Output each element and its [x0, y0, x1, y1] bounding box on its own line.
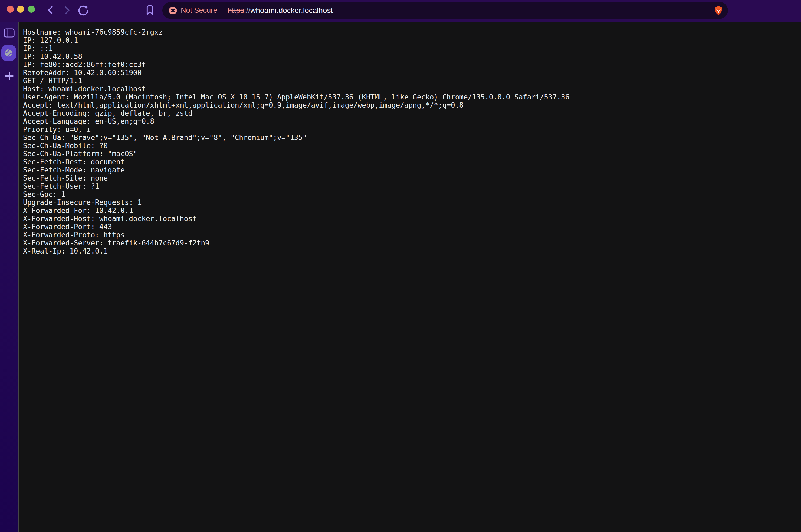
- security-badge[interactable]: Not Secure: [169, 6, 217, 15]
- vertical-tab-sidebar: [0, 22, 18, 532]
- whoami-output: Hostname: whoami-76c9859cfc-2rgxz IP: 12…: [19, 22, 801, 255]
- header-line: IP: ::1: [23, 44, 801, 53]
- new-tab-button[interactable]: [4, 71, 15, 81]
- header-line: Sec-Ch-Ua-Mobile: ?0: [23, 141, 801, 150]
- shields-zone: [707, 2, 724, 19]
- header-line: Sec-Fetch-Site: none: [23, 174, 801, 182]
- page-content: Hostname: whoami-76c9859cfc-2rgxz IP: 12…: [19, 22, 801, 532]
- back-button[interactable]: [44, 4, 57, 17]
- header-line: User-Agent: Mozilla/5.0 (Macintosh; Inte…: [23, 93, 801, 101]
- urlbar-divider: [707, 6, 707, 15]
- header-line: X-Forwarded-For: 10.42.0.1: [23, 207, 801, 215]
- url-scheme: https: [227, 6, 244, 15]
- not-secure-x-octagon-icon: [169, 6, 177, 15]
- url-scheme-separator: ://: [244, 6, 250, 15]
- url-text: https://whoami.docker.localhost: [227, 6, 333, 15]
- header-line: X-Forwarded-Host: whoami.docker.localhos…: [23, 215, 801, 223]
- window-minimize-button[interactable]: [17, 6, 24, 13]
- header-line: Accept-Language: en-US,en;q=0.8: [23, 117, 801, 126]
- chevron-left-icon: [46, 5, 56, 15]
- header-line: Priority: u=0, i: [23, 126, 801, 134]
- chevron-right-icon: [62, 5, 71, 15]
- header-line: X-Real-Ip: 10.42.0.1: [23, 247, 801, 255]
- header-line: Sec-Fetch-Mode: navigate: [23, 166, 801, 174]
- header-line: IP: 127.0.0.1: [23, 36, 801, 44]
- header-line: GET / HTTP/1.1: [23, 77, 801, 85]
- toolbar: Not Secure https://whoami.docker.localho…: [0, 0, 801, 22]
- reload-icon: [77, 4, 89, 16]
- header-line: X-Forwarded-Server: traefik-644b7c67d9-f…: [23, 239, 801, 247]
- header-line: X-Forwarded-Proto: https: [23, 231, 801, 239]
- header-line: IP: 10.42.0.58: [23, 53, 801, 60]
- header-line: Sec-Fetch-User: ?1: [23, 182, 801, 190]
- sidebar-panel-icon: [4, 28, 15, 38]
- header-line: Sec-Fetch-Dest: document: [23, 158, 801, 166]
- header-line: RemoteAddr: 10.42.0.60:51900: [23, 69, 801, 77]
- header-line: Host: whoami.docker.localhost: [23, 85, 801, 93]
- sidebar-toggle-button[interactable]: [4, 28, 15, 38]
- forward-button[interactable]: [60, 4, 73, 17]
- tab-whoami-active[interactable]: [1, 45, 16, 61]
- window-maximize-button[interactable]: [28, 6, 35, 13]
- header-line: Hostname: whoami-76c9859cfc-2rgxz: [23, 28, 801, 36]
- address-bar[interactable]: Not Secure https://whoami.docker.localho…: [162, 2, 728, 19]
- url-host: whoami.docker.localhost: [250, 6, 333, 15]
- header-line: Upgrade-Insecure-Requests: 1: [23, 198, 801, 207]
- header-line: Sec-Ch-Ua-Platform: "macOS": [23, 150, 801, 158]
- globe-icon: [4, 49, 13, 58]
- header-line: X-Forwarded-Port: 443: [23, 223, 801, 231]
- header-line: Accept: text/html,application/xhtml+xml,…: [23, 101, 801, 109]
- brave-shields-button[interactable]: [713, 5, 724, 16]
- reload-button[interactable]: [77, 4, 90, 17]
- brave-lion-shield-icon: [713, 5, 724, 16]
- header-line: Accept-Encoding: gzip, deflate, br, zstd: [23, 109, 801, 117]
- security-badge-label: Not Secure: [181, 6, 217, 15]
- bookmark-icon: [146, 5, 154, 15]
- header-line: IP: fe80::acd2:86ff:fef0:cc3f: [23, 60, 801, 69]
- browser-window: Not Secure https://whoami.docker.localho…: [0, 0, 801, 532]
- window-close-button[interactable]: [7, 6, 14, 13]
- bookmark-button[interactable]: [143, 4, 157, 17]
- header-line: Sec-Ch-Ua: "Brave";v="135", "Not-A.Brand…: [23, 134, 801, 141]
- plus-icon: [4, 71, 15, 81]
- header-line: Sec-Gpc: 1: [23, 190, 801, 198]
- sidebar-divider: [1, 64, 17, 65]
